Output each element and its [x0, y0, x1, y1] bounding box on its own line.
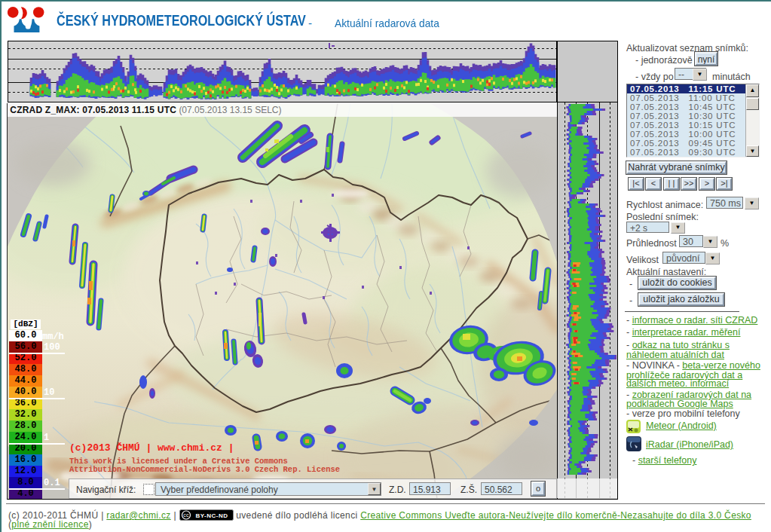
svg-text:BY-NC-ND: BY-NC-ND	[195, 512, 228, 519]
svg-text:cc: cc	[183, 512, 189, 518]
